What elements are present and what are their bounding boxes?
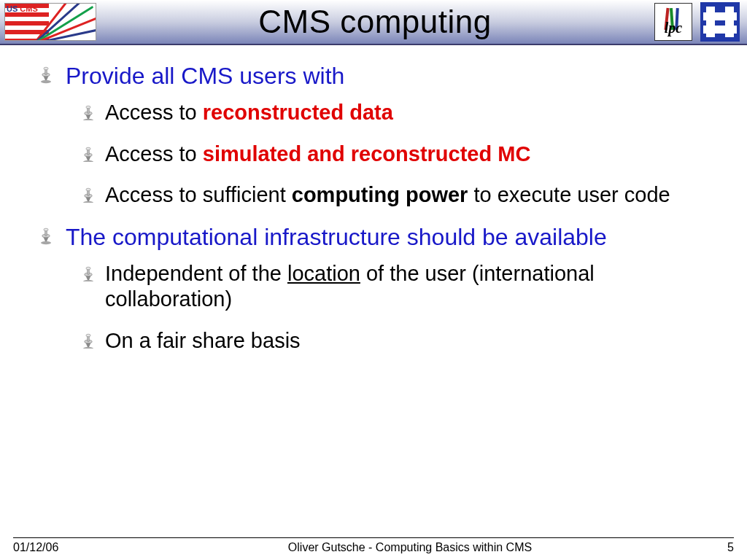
pushpin-icon <box>79 104 95 120</box>
footer-center: Oliver Gutsche - Computing Basics within… <box>130 541 690 554</box>
bullet-level1: Provide all CMS users with <box>36 63 725 90</box>
pushpin-icon <box>79 265 95 281</box>
slide-body: Provide all CMS users with Access to rec… <box>0 45 747 353</box>
uscms-logo: US CMS <box>3 2 98 42</box>
bullet-level2: Access to sufficient computing power to … <box>79 182 725 208</box>
fermilab-logo <box>699 2 741 42</box>
pushpin-icon <box>36 227 55 246</box>
lpc-logo: lpc <box>652 2 694 42</box>
pushpin-icon <box>79 187 95 203</box>
footer-page-number: 5 <box>690 541 734 554</box>
bullet-level2: Access to reconstructed data <box>79 100 725 125</box>
bullet-level2: Independent of the location of the user … <box>79 261 725 312</box>
slide-header: US CMS CMS computing lpc <box>0 0 747 45</box>
bullet-level2: On a fair share basis <box>79 328 725 354</box>
bullet-level2: Access to simulated and reconstructed MC <box>79 141 725 167</box>
bullet-text: On a fair share basis <box>105 328 301 354</box>
bullet-text: Access to reconstructed data <box>105 100 393 125</box>
bullet-text: Independent of the location of the user … <box>105 261 711 312</box>
pushpin-icon <box>36 66 55 85</box>
bullet-text: Access to simulated and reconstructed MC <box>105 141 530 167</box>
bullet-text: Provide all CMS users with <box>66 63 344 90</box>
slide-footer: 01/12/06 Oliver Gutsche - Computing Basi… <box>0 537 747 554</box>
footer-date: 01/12/06 <box>13 541 130 554</box>
bullet-text: The computational infrastructure should … <box>66 224 607 251</box>
bullet-level1: The computational infrastructure should … <box>36 224 725 251</box>
pushpin-icon <box>79 332 95 349</box>
pushpin-icon <box>79 146 95 162</box>
bullet-text: Access to sufficient computing power to … <box>105 182 670 208</box>
slide-title: CMS computing <box>258 4 492 39</box>
